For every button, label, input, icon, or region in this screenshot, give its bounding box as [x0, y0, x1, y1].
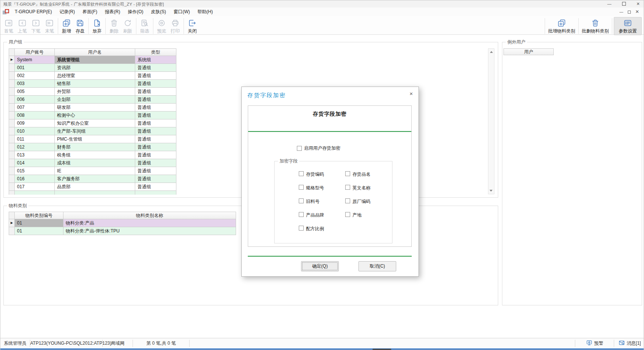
status-network: 局域网	[103, 338, 133, 348]
encrypt-field-checkbox-5[interactable]: 原厂编码	[345, 198, 406, 204]
encrypt-field-checkbox-1[interactable]: 存货品名	[345, 171, 406, 177]
mdi-restore-icon[interactable]	[628, 10, 631, 14]
column-header[interactable]: 用户账号	[15, 49, 55, 56]
user-group-scrollbar[interactable]	[488, 48, 494, 194]
toolbar-abandon-button[interactable]: 放弃	[90, 17, 104, 35]
menu-item-5[interactable]: 皮肤(S)	[147, 9, 170, 15]
column-header[interactable]: 物料类别编号	[15, 212, 63, 219]
table-row[interactable]: 012财务部普通组	[9, 143, 176, 151]
column-header[interactable]: 类型	[135, 49, 176, 56]
toolbar-button-label: 批删物料类别	[582, 28, 609, 34]
toolbar-nav-next-button: 下笔	[29, 17, 43, 35]
toolbar-nav-first-button: 首笔	[2, 17, 15, 35]
table-row[interactable]: ▶01物料分类:产品	[9, 219, 236, 227]
table-row[interactable]: 008检测中心普通组	[9, 112, 176, 119]
encrypt-field-checkbox-7[interactable]: 产地	[345, 212, 406, 217]
user-group-table: 用户账号用户名类型▶System系统管理组系统组001资讯部普通组002总经理室…	[9, 48, 176, 195]
table-row[interactable]: 010生产部-车间组普通组	[9, 127, 176, 135]
encrypt-field-label: 存货品名	[352, 171, 371, 178]
checkbox-icon	[299, 185, 304, 190]
table-row[interactable]: 005外贸部普通组	[9, 88, 176, 96]
toolbar-batch-delete-button[interactable]: 批删物料类别	[580, 17, 610, 35]
toolbar-button-label: 关闭	[188, 28, 197, 34]
app-logo-icon	[3, 9, 9, 15]
menu-item-2[interactable]: 界面(F)	[79, 9, 101, 15]
encrypt-field-label: 存货编码	[306, 171, 324, 178]
scroll-down-icon[interactable]	[490, 190, 493, 192]
scroll-up-icon[interactable]	[490, 51, 493, 53]
encrypt-fields-group-title: 加密字段	[278, 158, 299, 164]
table-row[interactable]: 013税务组普通组	[9, 151, 176, 159]
alert-monitor-icon	[586, 339, 593, 346]
dialog-close-icon[interactable]: ×	[409, 90, 413, 97]
table-row[interactable]: 015IE普通组	[9, 167, 176, 175]
toolbar-close-form-button[interactable]: 关闭	[185, 17, 199, 35]
encrypt-field-checkbox-0[interactable]: 存货编码	[299, 171, 345, 177]
toolbar-button-label: 删除	[110, 28, 119, 34]
column-header[interactable]: 用户名	[55, 49, 135, 56]
encrypt-field-checkbox-3[interactable]: 英文名称	[345, 185, 406, 190]
minimize-icon[interactable]: —	[607, 0, 612, 8]
mdi-minimize-icon[interactable]: —	[619, 10, 623, 14]
cancel-button[interactable]: 取消(C)	[358, 261, 396, 271]
enable-encrypt-checkbox[interactable]: 启用用户存货加密	[297, 145, 340, 152]
toolbar-button-label: 刷新	[123, 28, 132, 34]
table-row[interactable]: 01物料分类:产品-弹性体:TPU	[9, 227, 236, 235]
menu-item-3[interactable]: 报表(R)	[101, 9, 124, 15]
menu-item-7[interactable]: 帮助(H)	[194, 9, 217, 15]
alert-button[interactable]: 预警	[576, 338, 613, 348]
toolbar-button-label: 预览	[157, 28, 166, 34]
menu-item-4[interactable]: 操作(O)	[124, 9, 147, 15]
toolbar-button-label: 上笔	[18, 28, 27, 34]
preview-icon	[157, 18, 166, 28]
ok-button[interactable]: 确定(Q)	[301, 261, 339, 271]
toolbar-batch-add-button[interactable]: 批增物料类别	[547, 17, 577, 35]
encrypt-field-label: 英文名称	[352, 185, 371, 191]
table-row[interactable]: 002总经理室普通组	[9, 72, 176, 80]
checkbox-icon	[299, 171, 304, 176]
print-icon	[171, 18, 180, 28]
menu-item-6[interactable]: 窗口(W)	[170, 9, 193, 15]
dialog-body: 存货字段加密 启用用户存货加密 加密字段 存货编码存货品名规格型号英文名称旧料号…	[248, 105, 412, 247]
message-button[interactable]: 消息[1]	[615, 338, 644, 348]
exception-user-column-header[interactable]: 用户	[503, 48, 554, 55]
table-row[interactable]: 007研发部普通组	[9, 104, 176, 112]
toolbar-save-button[interactable]: 存盘	[73, 17, 87, 35]
save-icon	[76, 18, 85, 28]
table-row[interactable]: 011PMC-生管组普通组	[9, 135, 176, 143]
checkbox-icon	[299, 198, 304, 203]
menu-item-0[interactable]: T-GROUP ERP(E)	[11, 9, 56, 14]
close-icon[interactable]: ✕	[636, 0, 640, 8]
batch-add-icon	[557, 18, 566, 28]
refresh-icon	[123, 18, 132, 28]
abandon-icon	[93, 18, 102, 28]
mdi-close-icon[interactable]: ✕	[635, 9, 639, 14]
table-row[interactable]: 001资讯部普通组	[9, 64, 176, 72]
exception-user-panel-title: 例外用户	[506, 39, 527, 45]
table-row[interactable]: 006企划部普通组	[9, 96, 176, 104]
table-row[interactable]: 014成本组普通组	[9, 159, 176, 167]
checkbox-icon	[345, 171, 350, 176]
encrypt-field-checkbox-8[interactable]: 配方比例	[299, 226, 345, 231]
green-divider	[248, 256, 412, 257]
toolbar-button-label: 存盘	[76, 28, 85, 34]
column-header[interactable]: 物料类别名称	[63, 212, 236, 219]
table-row-partial	[9, 191, 176, 195]
maximize-icon[interactable]	[622, 0, 626, 8]
table-row[interactable]: 016客户服务部普通组	[9, 175, 176, 183]
menu-item-1[interactable]: 记录(R)	[56, 9, 79, 15]
checkbox-icon	[345, 212, 350, 217]
encrypt-field-checkbox-4[interactable]: 旧料号	[299, 198, 345, 204]
encrypt-field-checkbox-6[interactable]: 产品品牌	[299, 212, 345, 217]
dialog-heading: 存货字段加密	[248, 111, 411, 118]
status-record-count: 第 0 笔,共 0 笔	[133, 338, 189, 348]
encrypt-field-checkbox-2[interactable]: 规格型号	[299, 185, 345, 190]
table-row[interactable]: 009知识产权办公室普通组	[9, 119, 176, 127]
toolbar-new-button[interactable]: 新增	[60, 17, 73, 35]
table-row[interactable]: ▶System系统管理组系统组	[9, 56, 176, 64]
table-row[interactable]: 003销售部普通组	[9, 80, 176, 88]
table-row[interactable]: 017品质部普通组	[9, 183, 176, 191]
status-current-user: 系统管理员	[0, 338, 30, 348]
toolbar-left: 首笔上笔下笔末笔新增存盘放弃删除刷新筛选预览打印关闭	[2, 17, 199, 35]
toolbar-params-button[interactable]: 参数设置	[614, 17, 642, 35]
